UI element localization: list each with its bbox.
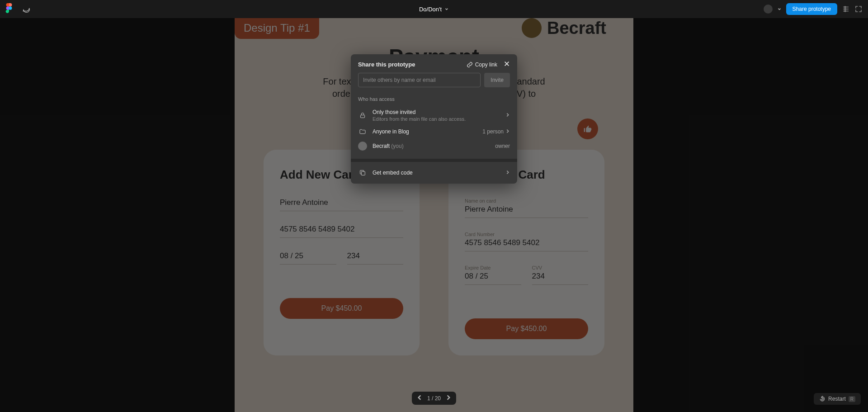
restart-shortcut-key: R	[849, 396, 855, 402]
access-heading: Who has access	[358, 96, 510, 102]
invite-button[interactable]: Invite	[484, 73, 510, 87]
figma-logo-icon[interactable]	[5, 3, 13, 15]
frame-counter: 1 / 20	[427, 395, 441, 402]
copy-link-label: Copy link	[475, 62, 497, 68]
next-frame-button[interactable]	[445, 394, 452, 402]
share-modal: Share this prototype Copy link Invite Wh…	[351, 54, 517, 184]
embed-label: Get embed code	[373, 170, 500, 176]
modal-divider	[351, 159, 517, 162]
svg-point-1	[844, 6, 846, 8]
folder-icon	[358, 127, 367, 136]
file-name-dropdown[interactable]: Do/Don't	[419, 6, 449, 13]
restart-icon	[819, 396, 826, 402]
embed-icon	[358, 168, 367, 177]
close-button[interactable]	[504, 61, 510, 68]
modal-title: Share this prototype	[358, 61, 415, 68]
svg-point-3	[844, 10, 846, 12]
close-icon	[504, 61, 510, 67]
chevron-right-icon	[505, 170, 510, 176]
lock-icon	[358, 111, 367, 120]
access-row-anyone[interactable]: Anyone in Blog 1 person	[358, 124, 510, 139]
file-name-label: Do/Don't	[419, 6, 442, 13]
prev-frame-button[interactable]	[416, 394, 423, 402]
share-prototype-button[interactable]: Share prototype	[786, 3, 837, 15]
owner-avatar	[358, 142, 367, 151]
svg-rect-4	[360, 115, 364, 118]
owner-role: owner	[495, 143, 510, 149]
access-anyone-count: 1 person	[482, 128, 504, 135]
access-row-invited[interactable]: Only those invited Editors from the main…	[358, 106, 510, 124]
avatar-chevron-down-icon[interactable]	[777, 7, 782, 11]
svg-point-0	[9, 6, 12, 9]
options-icon[interactable]	[842, 5, 850, 13]
svg-rect-5	[361, 171, 365, 175]
access-anyone-title: Anyone in Blog	[373, 128, 477, 135]
invite-input[interactable]	[358, 73, 481, 87]
prototype-page-nav: 1 / 20	[412, 392, 456, 405]
comments-icon[interactable]	[22, 4, 31, 14]
restart-button[interactable]: Restart R	[814, 393, 861, 405]
owner-you-suffix: (you)	[390, 143, 404, 149]
access-row-owner[interactable]: Becraft (you) owner	[358, 139, 510, 153]
owner-name: Becraft	[373, 143, 390, 149]
copy-link-button[interactable]: Copy link	[467, 62, 497, 68]
chevron-right-icon	[505, 128, 510, 135]
chevron-right-icon	[505, 112, 510, 118]
fullscreen-icon[interactable]	[854, 5, 863, 13]
access-invited-subtitle: Editors from the main file can also acce…	[373, 116, 500, 122]
restart-label: Restart	[828, 396, 846, 402]
embed-code-row[interactable]: Get embed code	[351, 162, 517, 184]
access-invited-title: Only those invited	[373, 109, 500, 115]
user-avatar-small[interactable]	[764, 5, 773, 14]
svg-point-2	[844, 9, 846, 10]
